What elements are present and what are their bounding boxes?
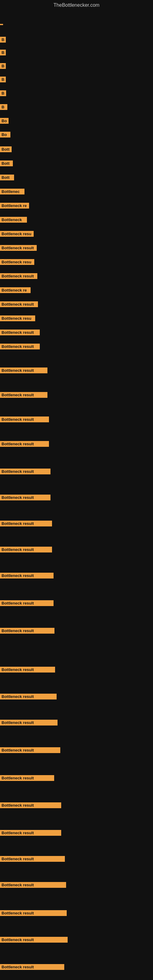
- bar-item: [0, 21, 3, 26]
- bar-item: Bottlenec: [0, 189, 24, 194]
- bar-item: Bottleneck result: [0, 547, 52, 552]
- bar-label: Bottleneck result: [0, 245, 37, 251]
- bar-label: Bottleneck result: [0, 882, 66, 888]
- bar-label: Bottleneck resu: [0, 259, 34, 265]
- bar-item: Bottleneck result: [0, 775, 54, 781]
- bar-item: Bottleneck result: [0, 830, 61, 836]
- bar-item: Bottleneck result: [0, 802, 61, 808]
- bar-item: Bo: [0, 118, 9, 124]
- bar-label: [0, 24, 3, 25]
- bar-item: Bottleneck result: [0, 600, 54, 606]
- bar-item: Bottleneck result: [0, 329, 40, 335]
- bar-item: Bottleneck result: [0, 495, 51, 500]
- bar-item: Bott: [0, 161, 13, 166]
- bar-label: Bottleneck result: [0, 441, 49, 447]
- bar-item: Bottleneck re: [0, 203, 29, 208]
- bar-label: Bottleneck result: [0, 301, 38, 307]
- bar-item: Bottleneck result: [0, 747, 60, 753]
- bar-label: Bottleneck result: [0, 694, 57, 700]
- bar-label: Bottleneck: [0, 217, 27, 223]
- bar-label: Bottleneck result: [0, 802, 61, 808]
- bar-item: Bottleneck result: [0, 720, 57, 725]
- bar-label: B: [0, 104, 7, 110]
- bar-label: B: [0, 76, 6, 83]
- bar-item: Bottleneck result: [0, 667, 55, 673]
- bar-label: Bottleneck result: [0, 547, 52, 552]
- bar-label: Bottleneck result: [0, 747, 60, 753]
- bar-item: Bottleneck re: [0, 287, 30, 293]
- bar-item: Bottleneck result: [0, 368, 48, 373]
- bar-label: Bottleneck result: [0, 720, 57, 725]
- bar-item: Bottleneck result: [0, 344, 40, 350]
- bar-label: Bottlenec: [0, 189, 24, 194]
- bar-label: Bottleneck result: [0, 573, 54, 579]
- bar-label: Bottleneck result: [0, 273, 37, 279]
- bar-item: Bottleneck result: [0, 964, 64, 970]
- bar-label: Bottleneck result: [0, 830, 61, 836]
- bar-label: Bottleneck result: [0, 495, 51, 500]
- bar-item: Bottleneck result: [0, 392, 48, 398]
- bar-label: Bottleneck resu: [0, 231, 33, 237]
- bar-item: Bottleneck result: [0, 882, 66, 888]
- bar-item: Bottleneck result: [0, 469, 51, 474]
- bar-item: B: [0, 37, 6, 43]
- bar-item: Bottleneck result: [0, 937, 68, 943]
- bar-item: Bottleneck result: [0, 856, 65, 862]
- bar-label: B: [0, 37, 6, 43]
- bar-item: Bott: [0, 175, 14, 180]
- bar-label: Bottleneck result: [0, 667, 55, 673]
- bar-item: B: [0, 63, 6, 69]
- bar-item: Bo: [0, 132, 10, 137]
- bar-label: B: [0, 90, 6, 96]
- bar-item: Bottleneck resu: [0, 259, 34, 265]
- bar-label: Bottleneck result: [0, 368, 48, 373]
- bar-item: Bottleneck result: [0, 573, 54, 579]
- bar-label: Bottleneck result: [0, 937, 68, 943]
- bar-label: B: [0, 63, 6, 69]
- bar-item: Bottleneck result: [0, 441, 49, 447]
- bar-label: Bottleneck result: [0, 628, 54, 634]
- bar-item: B: [0, 49, 6, 56]
- site-title: TheBottlenecker.com: [0, 0, 153, 10]
- bar-item: Bottleneck result: [0, 628, 54, 634]
- bar-item: Bottleneck resu: [0, 231, 33, 237]
- bar-label: Bott: [0, 161, 13, 166]
- bar-label: B: [0, 49, 6, 56]
- bar-item: B: [0, 90, 6, 96]
- bar-item: Bottleneck result: [0, 694, 57, 700]
- bar-label: Bottleneck result: [0, 469, 51, 474]
- bar-label: Bottleneck result: [0, 775, 54, 781]
- bar-label: Bo: [0, 132, 10, 137]
- bar-label: Bottleneck resu: [0, 315, 35, 321]
- bar-item: B: [0, 104, 7, 110]
- bar-label: Bott: [0, 175, 14, 180]
- bar-label: Bottleneck result: [0, 392, 48, 398]
- bar-label: Bott: [0, 146, 12, 152]
- bar-item: B: [0, 76, 6, 83]
- bar-label: Bottleneck result: [0, 344, 40, 350]
- bar-item: Bottleneck result: [0, 273, 37, 279]
- bar-label: Bo: [0, 118, 9, 124]
- bar-label: Bottleneck result: [0, 964, 64, 970]
- bar-label: Bottleneck re: [0, 203, 29, 208]
- bar-item: Bott: [0, 146, 12, 152]
- bar-item: Bottleneck result: [0, 520, 52, 527]
- bar-item: Bottleneck result: [0, 417, 49, 422]
- bar-item: Bottleneck result: [0, 301, 38, 307]
- bar-label: Bottleneck result: [0, 856, 65, 862]
- bar-item: Bottleneck result: [0, 245, 37, 251]
- bar-label: Bottleneck result: [0, 417, 49, 422]
- bar-item: Bottleneck: [0, 217, 27, 223]
- bar-label: Bottleneck result: [0, 600, 54, 606]
- bar-item: Bottleneck result: [0, 910, 67, 916]
- bar-label: Bottleneck re: [0, 287, 30, 293]
- bar-item: Bottleneck resu: [0, 315, 35, 321]
- bar-label: Bottleneck result: [0, 520, 52, 527]
- bar-label: Bottleneck result: [0, 329, 40, 335]
- bar-label: Bottleneck result: [0, 910, 67, 916]
